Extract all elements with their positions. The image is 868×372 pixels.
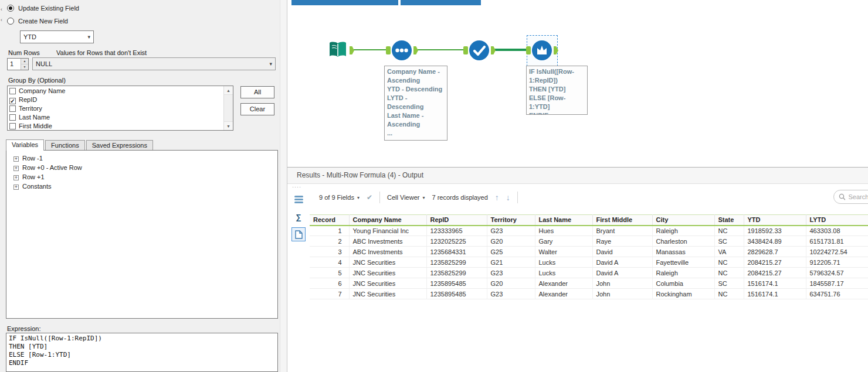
expand-icon[interactable]: +: [13, 175, 19, 180]
table-cell[interactable]: Raleigh: [652, 226, 714, 236]
tool-input-data[interactable]: [327, 40, 348, 61]
table-cell[interactable]: 1516174.1: [744, 289, 806, 299]
table-cell[interactable]: Hues: [535, 226, 592, 236]
table-cell[interactable]: Alexander: [535, 289, 592, 299]
table-cell[interactable]: G20: [487, 236, 535, 247]
fields-dropdown[interactable]: 9 of 9 Fields ▾: [319, 194, 360, 201]
table-cell[interactable]: Charleston: [652, 236, 714, 247]
output-anchor[interactable]: [413, 46, 418, 54]
table-cell[interactable]: 634751.76: [806, 289, 868, 299]
table-cell[interactable]: 123333965: [426, 226, 487, 236]
panel-collapse-icon[interactable]: ‹: [1, 18, 2, 23]
table-cell[interactable]: 1845587.17: [806, 278, 868, 289]
table-cell[interactable]: Alexander: [535, 278, 592, 289]
tool-multi-row-formula[interactable]: [531, 40, 552, 61]
table-cell[interactable]: 1235825299: [426, 257, 487, 268]
panel-scrollbar[interactable]: [280, 0, 287, 372]
search-box[interactable]: [833, 190, 868, 204]
output-anchor[interactable]: [350, 46, 354, 54]
sort-annotation[interactable]: Company Name - Ascending YTD - Descendin…: [384, 66, 447, 141]
arrow-up-icon[interactable]: ↑: [495, 193, 499, 202]
table-cell[interactable]: David A: [592, 257, 652, 268]
table-cell[interactable]: 3438424.89: [744, 236, 806, 247]
table-cell[interactable]: 10224272.54: [806, 247, 868, 257]
num-rows-input[interactable]: 1 ▲ ▼: [7, 58, 29, 70]
table-cell[interactable]: G21: [487, 257, 535, 268]
checkbox[interactable]: [9, 123, 16, 129]
connection-line[interactable]: [418, 49, 464, 50]
column-header[interactable]: Territory: [487, 215, 535, 226]
table-cell[interactable]: 3: [310, 247, 349, 257]
radio-create-new-field[interactable]: Create New Field: [7, 18, 68, 27]
table-cell[interactable]: 6: [310, 278, 349, 289]
column-header[interactable]: City: [652, 215, 714, 226]
panel-collapse-icon[interactable]: ‹: [1, 7, 2, 12]
table-cell[interactable]: G23: [487, 226, 535, 236]
table-row[interactable]: 3ABC Investments1235684331G25WalterDavid…: [310, 247, 868, 257]
table-cell[interactable]: 2084215.27: [744, 257, 806, 268]
workflow-canvas[interactable]: Company Name - Ascending YTD - Descendin…: [287, 0, 868, 167]
table-cell[interactable]: Young Financial Inc: [349, 226, 426, 236]
table-cell[interactable]: David A: [592, 268, 652, 278]
table-cell[interactable]: JNC Securities: [349, 268, 426, 278]
table-cell[interactable]: 1516174.1: [744, 278, 806, 289]
table-row[interactable]: 1Young Financial Inc123333965G23HuesBrya…: [310, 226, 868, 236]
tree-item[interactable]: +Row -1: [6, 153, 277, 163]
table-cell[interactable]: Gary: [535, 236, 592, 247]
table-cell[interactable]: 1235684331: [426, 247, 487, 257]
table-cell[interactable]: SC: [714, 236, 744, 247]
table-cell[interactable]: Lucks: [535, 257, 592, 268]
table-cell[interactable]: John: [592, 278, 652, 289]
table-cell[interactable]: Lucks: [535, 268, 592, 278]
table-cell[interactable]: VA: [714, 247, 744, 257]
table-cell[interactable]: John: [592, 289, 652, 299]
table-cell[interactable]: G23: [487, 268, 535, 278]
table-cell[interactable]: Raye: [592, 236, 652, 247]
workflow-tab[interactable]: [291, 0, 398, 5]
table-cell[interactable]: Manassas: [652, 247, 714, 257]
table-cell[interactable]: 1918592.33: [744, 226, 806, 236]
table-cell[interactable]: JNC Securities: [349, 278, 426, 289]
group-by-item[interactable]: Territory: [8, 104, 223, 113]
table-cell[interactable]: 1235895485: [426, 289, 487, 299]
table-row[interactable]: 5JNC Securities1235825299G23LucksDavid A…: [310, 268, 868, 278]
table-cell[interactable]: Rockingham: [652, 289, 714, 299]
table-cell[interactable]: 2: [310, 236, 349, 247]
table-cell[interactable]: Walter: [535, 247, 592, 257]
table-cell[interactable]: 5: [310, 268, 349, 278]
table-cell[interactable]: 5796324.57: [806, 268, 868, 278]
table-cell[interactable]: SC: [714, 278, 744, 289]
tab-functions[interactable]: Functions: [45, 140, 85, 151]
group-by-item[interactable]: ✓RepID: [8, 95, 223, 104]
table-row[interactable]: 6JNC Securities1235895485G20AlexanderJoh…: [310, 278, 868, 289]
column-header[interactable]: RepID: [426, 215, 487, 226]
all-button[interactable]: All: [240, 86, 274, 98]
connection-line[interactable]: [353, 49, 386, 50]
expand-icon[interactable]: +: [13, 156, 19, 162]
table-row[interactable]: 7JNC Securities1235895485G23AlexanderJoh…: [310, 289, 868, 299]
table-cell[interactable]: NC: [714, 257, 744, 268]
scroll-up-icon[interactable]: ▲: [224, 86, 233, 95]
search-input[interactable]: [849, 193, 868, 200]
table-cell[interactable]: Bryant: [592, 226, 652, 236]
table-cell[interactable]: G23: [487, 289, 535, 299]
table-cell[interactable]: JNC Securities: [349, 257, 426, 268]
table-cell[interactable]: 1: [310, 226, 349, 236]
table-cell[interactable]: Raleigh: [652, 268, 714, 278]
tree-item[interactable]: +Row +0 - Active Row: [6, 163, 277, 172]
table-cell[interactable]: 2829628.7: [744, 247, 806, 257]
table-cell[interactable]: JNC Securities: [349, 289, 426, 299]
checkbox[interactable]: [9, 105, 16, 112]
field-select[interactable]: YTD ▾: [20, 30, 94, 43]
expand-icon[interactable]: +: [13, 185, 19, 190]
rail-metadata-button[interactable]: ∑: [291, 210, 306, 224]
group-by-item[interactable]: First Middle: [8, 122, 223, 131]
expand-icon[interactable]: +: [13, 166, 19, 171]
column-header[interactable]: Record: [310, 215, 349, 226]
column-header[interactable]: LYTD: [806, 215, 868, 226]
tree-item[interactable]: +Row +1: [6, 172, 277, 182]
group-by-item[interactable]: Last Name: [8, 113, 223, 122]
scrollbar[interactable]: ▲ ▼: [223, 86, 233, 130]
group-by-item[interactable]: Company Name: [8, 87, 223, 95]
tree-item[interactable]: +Constants: [6, 182, 277, 191]
